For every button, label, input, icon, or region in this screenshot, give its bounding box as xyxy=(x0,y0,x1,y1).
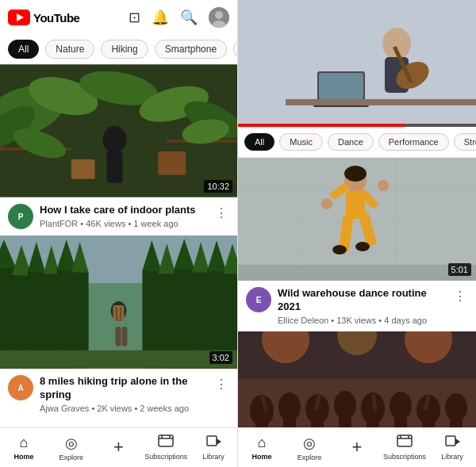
explore-icon-right: ◎ xyxy=(303,434,316,452)
svg-rect-119 xyxy=(446,436,455,446)
mchip-music[interactable]: Music xyxy=(279,133,323,151)
concert-thumbnail[interactable] xyxy=(238,331,476,427)
nav-library-left[interactable]: Library xyxy=(190,428,237,467)
mchip-dance[interactable]: Dance xyxy=(328,133,374,151)
left-chips-bar: All Nature Hiking Smartphone Anim xyxy=(0,35,237,64)
chip-anim[interactable]: Anim xyxy=(233,40,237,59)
home-label-right: Home xyxy=(251,453,271,461)
concert-thumb-svg xyxy=(238,331,476,427)
home-label-left: Home xyxy=(13,453,33,461)
avatar[interactable] xyxy=(209,7,229,28)
duration-badge-plants: 10:32 xyxy=(204,180,232,193)
svg-line-52 xyxy=(120,307,121,321)
svg-rect-114 xyxy=(238,379,476,427)
dance-thumbnail[interactable]: 5:01 xyxy=(238,158,476,281)
channel-avatar-ellice[interactable]: E xyxy=(246,287,271,312)
svg-point-14 xyxy=(103,126,127,153)
more-options-dance[interactable]: ⋮ xyxy=(452,287,468,305)
channel-avatar-plantfor[interactable]: P xyxy=(8,204,33,229)
svg-rect-67 xyxy=(319,73,363,99)
duration-badge-hiking: 3:02 xyxy=(209,351,232,364)
nav-home-right[interactable]: ⌂ Home xyxy=(238,428,286,467)
search-icon[interactable]: 🔍 xyxy=(180,9,198,26)
home-icon-right: ⌂ xyxy=(258,434,267,451)
logo[interactable]: YouTube xyxy=(8,10,79,25)
hiking-thumbnail[interactable]: 3:02 xyxy=(0,235,237,369)
svg-point-86 xyxy=(321,198,332,209)
header-icons: ⊡ 🔔 🔍 xyxy=(129,7,229,28)
svg-line-51 xyxy=(117,307,117,321)
left-header: YouTube ⊡ 🔔 🔍 xyxy=(0,0,237,35)
top-video-thumbnail[interactable] xyxy=(238,0,476,127)
nav-explore-left[interactable]: ◎ Explore xyxy=(48,428,95,467)
duration-badge-dance: 5:01 xyxy=(448,263,471,276)
right-videos-list: 5:01 E Wild warehouse dance routine 2021… xyxy=(238,158,476,427)
svg-rect-71 xyxy=(238,124,405,127)
video-info-hiking: A 8 miles hiking trip alone in the sprin… xyxy=(0,369,237,419)
channel-avatar-ajwa[interactable]: A xyxy=(8,375,33,400)
video-meta-dance: Wild warehouse dance routine 2021 Ellice… xyxy=(278,287,446,325)
svg-rect-50 xyxy=(121,327,127,346)
video-info-plants: P How I take care of indoor plants Plant… xyxy=(0,197,237,235)
library-label-left: Library xyxy=(202,453,225,461)
video-stats-hiking: Ajwa Graves • 2K views • 2 weeks ago xyxy=(40,404,207,413)
right-panel: All Music Dance Performance Stree xyxy=(238,0,476,467)
subscriptions-label-right: Subscriptions xyxy=(383,453,426,461)
chip-nature[interactable]: Nature xyxy=(45,40,94,59)
nav-create-left[interactable]: + xyxy=(95,428,143,467)
video-stats-plants: PlantFOR • 46K views • 1 week ago xyxy=(40,219,207,228)
video-card-dance: 5:01 E Wild warehouse dance routine 2021… xyxy=(238,158,476,331)
mchip-street[interactable]: Stree xyxy=(454,133,476,151)
svg-point-3 xyxy=(215,11,223,19)
video-title-hiking: 8 miles hiking trip alone in the spring xyxy=(40,375,207,402)
subscriptions-label-left: Subscriptions xyxy=(144,453,187,461)
plants-thumb-svg xyxy=(0,64,237,197)
create-icon-left: + xyxy=(113,437,124,457)
explore-label-right: Explore xyxy=(298,454,322,461)
plants-thumbnail[interactable]: 10:32 xyxy=(0,64,237,197)
svg-rect-48 xyxy=(113,305,125,321)
music-thumb-svg xyxy=(238,0,476,127)
user-avatar-img xyxy=(209,7,229,28)
chip-hiking[interactable]: Hiking xyxy=(101,40,148,59)
svg-rect-54 xyxy=(159,435,173,446)
more-options-plants[interactable]: ⋮ xyxy=(213,204,229,222)
video-stats-dance: Ellice Deleon • 13K views • 4 days ago xyxy=(278,316,446,325)
video-title-plants: How I take care of indoor plants xyxy=(40,204,207,217)
nav-create-right[interactable]: + xyxy=(333,428,381,467)
video-card-concert xyxy=(238,331,476,427)
nav-subscriptions-left[interactable]: Subscriptions xyxy=(142,428,190,467)
nav-explore-right[interactable]: ◎ Explore xyxy=(286,428,333,467)
nav-home-left[interactable]: ⌂ Home xyxy=(0,428,48,467)
explore-label-left: Explore xyxy=(59,454,83,461)
video-card-plants: 10:32 P How I take care of indoor plants… xyxy=(0,64,237,235)
nav-subscriptions-right[interactable]: Subscriptions xyxy=(381,428,428,467)
video-title-dance: Wild warehouse dance routine 2021 xyxy=(278,287,446,314)
svg-rect-61 xyxy=(238,0,476,127)
svg-point-89 xyxy=(355,242,370,251)
dance-thumb-svg xyxy=(238,158,476,281)
svg-point-80 xyxy=(344,166,367,182)
left-videos-list: 10:32 P How I take care of indoor plants… xyxy=(0,64,237,427)
svg-marker-120 xyxy=(455,438,460,445)
video-card-hiking: 3:02 A 8 miles hiking trip alone in the … xyxy=(0,235,237,419)
svg-point-87 xyxy=(378,180,389,191)
video-info-dance: E Wild warehouse dance routine 2021 Elli… xyxy=(238,281,476,331)
right-bottom-nav: ⌂ Home ◎ Explore + Subscriptions Library xyxy=(238,427,476,467)
left-panel: YouTube ⊡ 🔔 🔍 All Nature Hiking Smartpho… xyxy=(0,0,238,467)
chip-smartphone[interactable]: Smartphone xyxy=(155,40,227,59)
library-icon-left xyxy=(205,434,221,451)
mchip-all[interactable]: All xyxy=(244,133,274,151)
more-options-hiking[interactable]: ⋮ xyxy=(213,375,229,393)
notification-icon[interactable]: 🔔 xyxy=(152,9,169,26)
video-meta-plants: How I take care of indoor plants PlantFO… xyxy=(40,204,207,228)
nav-library-right[interactable]: Library xyxy=(428,428,476,467)
svg-rect-53 xyxy=(0,350,237,369)
svg-rect-115 xyxy=(397,435,412,446)
svg-marker-59 xyxy=(217,438,221,445)
chip-all[interactable]: All xyxy=(8,40,39,59)
cast-icon[interactable]: ⊡ xyxy=(129,9,140,26)
explore-icon-left: ◎ xyxy=(65,434,78,452)
mchip-performance[interactable]: Performance xyxy=(378,133,449,151)
svg-rect-49 xyxy=(116,327,121,346)
